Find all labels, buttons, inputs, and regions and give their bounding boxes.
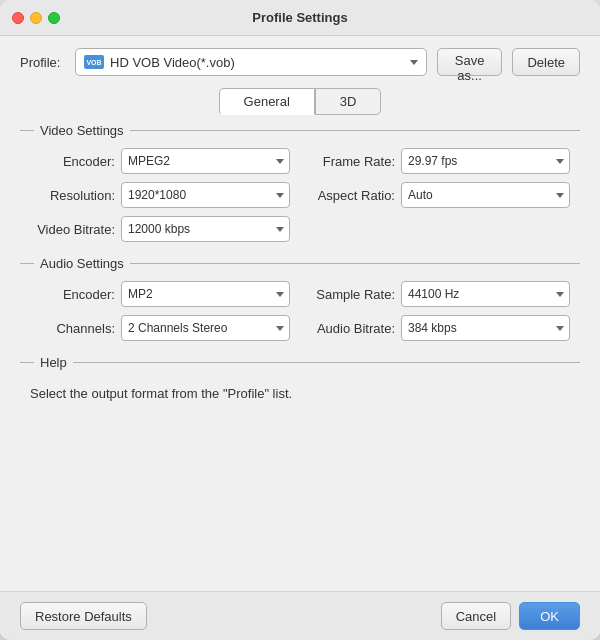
save-as-button[interactable]: Save as... xyxy=(437,48,503,76)
title-bar: Profile Settings xyxy=(0,0,600,36)
chevron-down-icon xyxy=(410,60,418,65)
audio-settings-header: Audio Settings xyxy=(20,256,580,271)
channels-label: Channels: xyxy=(30,321,115,336)
maximize-button[interactable] xyxy=(48,12,60,24)
restore-defaults-button[interactable]: Restore Defaults xyxy=(20,602,147,630)
resolution-field-row: Resolution: 1920*1080 1280*720 720*480 xyxy=(30,182,290,208)
delete-button[interactable]: Delete xyxy=(512,48,580,76)
help-title: Help xyxy=(40,355,67,370)
content-area: Profile: VOB HD VOB Video(*.vob) Save as… xyxy=(0,36,600,591)
sample-rate-select[interactable]: 44100 Hz 48000 Hz 22050 Hz xyxy=(401,281,570,307)
resolution-select[interactable]: 1920*1080 1280*720 720*480 xyxy=(121,182,290,208)
help-text: Select the output format from the "Profi… xyxy=(20,380,580,407)
close-button[interactable] xyxy=(12,12,24,24)
audio-section-line-left xyxy=(20,263,34,264)
help-section-line-right xyxy=(73,362,580,363)
video-bitrate-select[interactable]: 12000 kbps 8000 kbps 6000 kbps xyxy=(121,216,290,242)
traffic-lights xyxy=(12,12,60,24)
audio-bitrate-label: Audio Bitrate: xyxy=(310,321,395,336)
video-settings-section: Video Settings Encoder: MPEG2 MPEG4 H.26… xyxy=(20,123,580,242)
section-line-right xyxy=(130,130,580,131)
minimize-button[interactable] xyxy=(30,12,42,24)
sample-rate-label: Sample Rate: xyxy=(310,287,395,302)
section-line-left xyxy=(20,130,34,131)
help-section-line-left xyxy=(20,362,34,363)
video-bitrate-field-row: Video Bitrate: 12000 kbps 8000 kbps 6000… xyxy=(30,216,290,242)
aspect-ratio-select-wrapper: Auto 4:3 16:9 xyxy=(401,182,570,208)
audio-encoder-label: Encoder: xyxy=(30,287,115,302)
audio-bitrate-select[interactable]: 384 kbps 256 kbps 128 kbps xyxy=(401,315,570,341)
video-fields-grid: Encoder: MPEG2 MPEG4 H.264 Frame Rate: xyxy=(20,148,580,242)
encoder-label: Encoder: xyxy=(30,154,115,169)
main-window: Profile Settings Profile: VOB HD VOB Vid… xyxy=(0,0,600,640)
encoder-field-row: Encoder: MPEG2 MPEG4 H.264 xyxy=(30,148,290,174)
tabs-row: General 3D xyxy=(20,88,580,115)
profile-label: Profile: xyxy=(20,55,65,70)
audio-bitrate-field-row: Audio Bitrate: 384 kbps 256 kbps 128 kbp… xyxy=(310,315,570,341)
encoder-select[interactable]: MPEG2 MPEG4 H.264 xyxy=(121,148,290,174)
aspect-ratio-field-row: Aspect Ratio: Auto 4:3 16:9 xyxy=(310,182,570,208)
cancel-button[interactable]: Cancel xyxy=(441,602,511,630)
resolution-label: Resolution: xyxy=(30,188,115,203)
audio-encoder-select[interactable]: MP2 MP3 AAC xyxy=(121,281,290,307)
vob-icon: VOB xyxy=(84,55,104,69)
audio-encoder-select-wrapper: MP2 MP3 AAC xyxy=(121,281,290,307)
audio-fields-grid: Encoder: MP2 MP3 AAC Sample Rate: xyxy=(20,281,580,341)
help-header: Help xyxy=(20,355,580,370)
tab-3d[interactable]: 3D xyxy=(315,88,382,115)
video-bitrate-select-wrapper: 12000 kbps 8000 kbps 6000 kbps xyxy=(121,216,290,242)
encoder-select-wrapper: MPEG2 MPEG4 H.264 xyxy=(121,148,290,174)
sample-rate-select-wrapper: 44100 Hz 48000 Hz 22050 Hz xyxy=(401,281,570,307)
tab-general[interactable]: General xyxy=(219,88,315,115)
audio-section-line-right xyxy=(130,263,580,264)
profile-select-text: HD VOB Video(*.vob) xyxy=(110,55,406,70)
channels-select-wrapper: 2 Channels Stereo 1 Channel Mono 6 Chann… xyxy=(121,315,290,341)
profile-select[interactable]: VOB HD VOB Video(*.vob) xyxy=(75,48,427,76)
resolution-select-wrapper: 1920*1080 1280*720 720*480 xyxy=(121,182,290,208)
aspect-ratio-label: Aspect Ratio: xyxy=(310,188,395,203)
audio-encoder-field-row: Encoder: MP2 MP3 AAC xyxy=(30,281,290,307)
right-buttons: Cancel OK xyxy=(441,602,580,630)
frame-rate-select[interactable]: 29.97 fps 25 fps 23.97 fps xyxy=(401,148,570,174)
ok-button[interactable]: OK xyxy=(519,602,580,630)
profile-row: Profile: VOB HD VOB Video(*.vob) Save as… xyxy=(20,48,580,76)
channels-select[interactable]: 2 Channels Stereo 1 Channel Mono 6 Chann… xyxy=(121,315,290,341)
help-section: Help Select the output format from the "… xyxy=(20,355,580,565)
window-title: Profile Settings xyxy=(252,10,347,25)
frame-rate-select-wrapper: 29.97 fps 25 fps 23.97 fps xyxy=(401,148,570,174)
aspect-ratio-select[interactable]: Auto 4:3 16:9 xyxy=(401,182,570,208)
video-settings-header: Video Settings xyxy=(20,123,580,138)
audio-bitrate-select-wrapper: 384 kbps 256 kbps 128 kbps xyxy=(401,315,570,341)
video-settings-title: Video Settings xyxy=(40,123,124,138)
bottom-bar: Restore Defaults Cancel OK xyxy=(0,591,600,640)
frame-rate-field-row: Frame Rate: 29.97 fps 25 fps 23.97 fps xyxy=(310,148,570,174)
audio-settings-section: Audio Settings Encoder: MP2 MP3 AAC xyxy=(20,256,580,341)
sample-rate-field-row: Sample Rate: 44100 Hz 48000 Hz 22050 Hz xyxy=(310,281,570,307)
frame-rate-label: Frame Rate: xyxy=(310,154,395,169)
audio-settings-title: Audio Settings xyxy=(40,256,124,271)
channels-field-row: Channels: 2 Channels Stereo 1 Channel Mo… xyxy=(30,315,290,341)
video-bitrate-label: Video Bitrate: xyxy=(30,222,115,237)
